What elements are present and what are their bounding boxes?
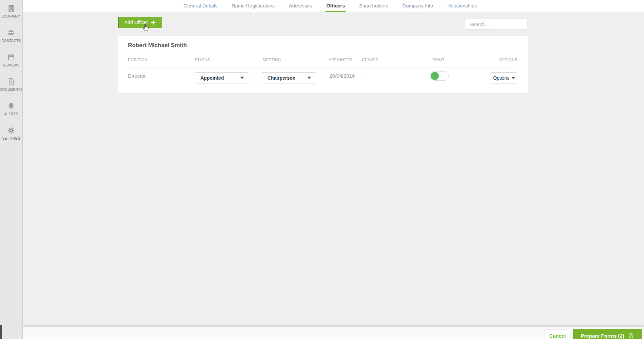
status-dropdown-value: Appointed <box>200 75 240 81</box>
plus-icon <box>151 20 155 25</box>
officer-card: Robert Michael Smith POSITION STATUS MEE… <box>117 36 528 93</box>
tab-general-details[interactable]: General Details <box>184 0 217 12</box>
options-button[interactable]: Options <box>491 72 517 83</box>
bell-icon <box>7 102 16 111</box>
tab-company-info[interactable]: Company Info <box>403 0 433 12</box>
sidebar-item-company[interactable]: COMPANY <box>0 3 22 27</box>
print-toggle-knob <box>431 72 439 80</box>
column-header-appointed: APPOINTED <box>329 58 352 62</box>
people-icon <box>7 28 16 37</box>
sidebar-item-contacts[interactable]: CONTACTS <box>0 27 22 52</box>
tab-shareholders[interactable]: Shareholders <box>359 0 388 12</box>
column-header-ceased: CEASED <box>362 58 379 62</box>
sidebar-item-settings[interactable]: SETTINGS <box>0 125 22 149</box>
options-button-label: Options <box>493 75 509 81</box>
add-officer-button[interactable]: Add Officer <box>118 17 162 28</box>
document-icon <box>7 77 16 86</box>
status-dropdown[interactable]: Appointed <box>195 72 249 83</box>
print-toggle[interactable] <box>430 71 449 81</box>
prepare-forms-button[interactable]: Prepare Forms (2) <box>573 329 642 339</box>
tab-addresses[interactable]: Addresses <box>289 0 312 12</box>
chevron-down-icon <box>512 77 515 79</box>
column-header-meeting: MEETING <box>263 58 281 62</box>
sidebar-item-label: COMPANY <box>2 15 20 18</box>
column-header-options: OPTIONS <box>499 58 517 62</box>
position-value: Director <box>128 73 146 79</box>
calendar-icon <box>7 53 16 62</box>
sidebar-item-label: SETTINGS <box>2 137 20 140</box>
meeting-dropdown[interactable]: Chairperson <box>262 72 316 83</box>
header-divider <box>128 67 517 67</box>
chevron-down-icon <box>240 77 244 79</box>
sidebar-item-label: ALERTS <box>4 112 18 116</box>
scrollbar-thumb[interactable] <box>0 325 2 339</box>
sidebar-item-documents[interactable]: DOCUMENTS <box>0 76 22 100</box>
tabs-nav: General Details Name Registrations Addre… <box>184 0 477 12</box>
meeting-dropdown-value: Chairperson <box>267 75 307 81</box>
tab-bar: General Details Name Registrations Addre… <box>23 0 644 12</box>
chevron-down-icon <box>307 77 311 79</box>
search-input[interactable] <box>465 19 528 30</box>
appointed-date: 20/04/2016 <box>329 73 355 79</box>
column-header-print: PRINT <box>432 58 445 62</box>
officer-name: Robert Michael Smith <box>128 42 187 49</box>
sidebar-item-alerts[interactable]: ALERTS <box>0 100 22 125</box>
tab-officers[interactable]: Officers <box>326 0 345 12</box>
sidebar-item-label: DOCUMENTS <box>0 88 23 92</box>
sidebar-item-label: REVIEWS <box>3 63 20 67</box>
ceased-value: -- <box>362 73 365 79</box>
tab-name-registrations[interactable]: Name Registrations <box>232 0 275 12</box>
add-officer-label: Add Officer <box>125 20 148 25</box>
cancel-button[interactable]: Cancel <box>544 330 571 339</box>
gear-icon <box>7 126 16 135</box>
sidebar: COMPANY CONTACTS REVIEWS <box>0 0 23 339</box>
building-icon <box>7 4 16 13</box>
sidebar-item-reviews[interactable]: REVIEWS <box>0 52 22 76</box>
column-header-position: POSITION <box>128 58 147 62</box>
tab-relationships[interactable]: Relationships <box>447 0 477 12</box>
prepare-forms-label: Prepare Forms (2) <box>581 333 624 339</box>
column-header-status: STATUS <box>195 58 210 62</box>
save-icon <box>628 333 634 339</box>
sidebar-item-label: CONTACTS <box>1 39 21 43</box>
